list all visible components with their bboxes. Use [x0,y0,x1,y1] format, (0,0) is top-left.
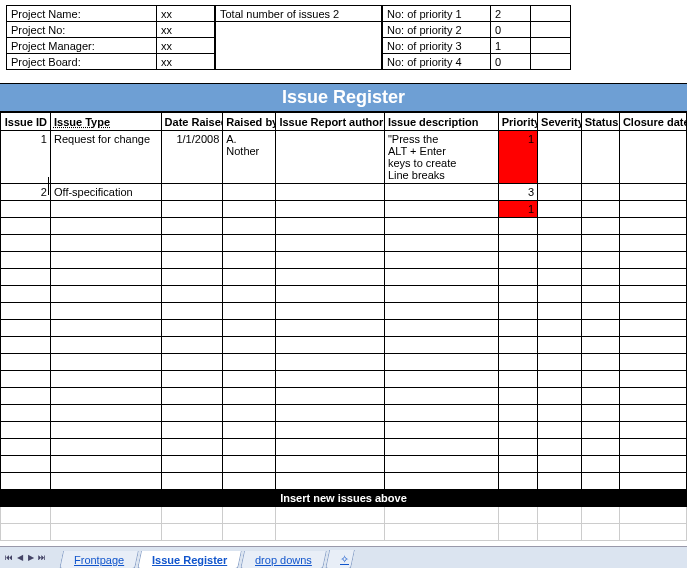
empty-cell[interactable] [384,439,498,456]
empty-cell[interactable] [384,235,498,252]
priority-counts-table[interactable]: No: of priority 12 No: of priority 20 No… [382,5,571,70]
empty-cell[interactable] [581,422,619,439]
empty-cell[interactable] [223,371,276,388]
empty-cell[interactable] [223,405,276,422]
empty-cell[interactable] [161,252,223,269]
table-row[interactable] [1,337,687,354]
table-row[interactable] [1,439,687,456]
project-board-val[interactable]: xx [157,54,215,70]
cell-date[interactable] [161,184,223,201]
cell-pri[interactable]: 3 [498,184,537,201]
empty-cell[interactable] [50,218,161,235]
empty-cell[interactable] [50,388,161,405]
cell-by[interactable] [223,184,276,201]
empty-cell[interactable] [581,405,619,422]
cell-id[interactable] [1,201,51,218]
table-row[interactable] [1,320,687,337]
empty-cell[interactable] [619,303,686,320]
empty-cell[interactable] [223,507,276,524]
cell-desc[interactable] [384,184,498,201]
empty-cell[interactable] [1,439,51,456]
empty-cell[interactable] [538,337,582,354]
empty-cell[interactable] [498,524,537,541]
empty-cell[interactable] [223,456,276,473]
empty-cell[interactable] [619,218,686,235]
empty-cell[interactable] [498,507,537,524]
empty-cell[interactable] [498,337,537,354]
empty-cell[interactable] [1,371,51,388]
empty-cell[interactable] [161,286,223,303]
empty-cell[interactable] [619,524,686,541]
empty-cell[interactable] [223,269,276,286]
hdr-report-author[interactable]: Issue Report author [276,113,384,131]
empty-cell[interactable] [223,235,276,252]
hdr-severity[interactable]: Severity [538,113,582,131]
empty-cell[interactable] [538,507,582,524]
empty-cell[interactable] [538,422,582,439]
empty-cell[interactable] [384,354,498,371]
empty-cell[interactable] [276,388,384,405]
cell-report[interactable] [276,201,384,218]
empty-cell[interactable] [50,371,161,388]
empty-cell[interactable] [498,286,537,303]
empty-cell[interactable] [50,320,161,337]
table-row[interactable] [1,456,687,473]
empty-cell[interactable] [161,320,223,337]
empty-cell[interactable] [223,354,276,371]
empty-cell[interactable] [50,337,161,354]
empty-cell[interactable] [276,524,384,541]
tab-prev-icon[interactable]: ◀ [15,551,25,565]
empty-cell[interactable] [50,507,161,524]
cell-stat[interactable] [581,201,619,218]
empty-cell[interactable] [619,320,686,337]
tab-drop-downs[interactable]: drop downs [240,551,327,569]
empty-cell[interactable] [384,405,498,422]
empty-cell[interactable] [276,473,384,490]
project-name-val[interactable]: xx [157,6,215,22]
empty-cell[interactable] [1,405,51,422]
cell-pri[interactable]: 1 [498,201,537,218]
empty-cell[interactable] [50,524,161,541]
empty-cell[interactable] [384,524,498,541]
cell-date[interactable] [161,201,223,218]
empty-cell[interactable] [498,371,537,388]
empty-cell[interactable] [1,286,51,303]
empty-cell[interactable] [384,473,498,490]
table-row[interactable] [1,524,687,541]
cell-close[interactable] [619,184,686,201]
cell-by[interactable] [223,201,276,218]
cell-close[interactable] [619,131,686,184]
empty-cell[interactable] [581,286,619,303]
empty-cell[interactable] [384,371,498,388]
empty-cell[interactable] [384,507,498,524]
table-row[interactable]: 2Off-specification3 [1,184,687,201]
empty-cell[interactable] [581,320,619,337]
empty-cell[interactable] [1,473,51,490]
empty-cell[interactable] [223,388,276,405]
empty-cell[interactable] [161,337,223,354]
empty-cell[interactable] [581,439,619,456]
empty-cell[interactable] [276,218,384,235]
empty-cell[interactable] [161,235,223,252]
empty-cell[interactable] [161,405,223,422]
table-row[interactable]: 1 [1,201,687,218]
cell-sev[interactable] [538,131,582,184]
empty-cell[interactable] [1,320,51,337]
hdr-description[interactable]: Issue description [384,113,498,131]
empty-cell[interactable] [276,252,384,269]
empty-cell[interactable] [276,422,384,439]
project-no-val[interactable]: xx [157,22,215,38]
table-row[interactable] [1,303,687,320]
cell-stat[interactable] [581,184,619,201]
cell-sev[interactable] [538,184,582,201]
empty-cell[interactable] [50,422,161,439]
empty-cell[interactable] [1,388,51,405]
empty-cell[interactable] [581,473,619,490]
empty-cell[interactable] [276,405,384,422]
empty-cell[interactable] [538,303,582,320]
empty-cell[interactable] [384,422,498,439]
empty-cell[interactable] [1,235,51,252]
empty-cell[interactable] [619,405,686,422]
cell-sev[interactable] [538,201,582,218]
empty-cell[interactable] [1,218,51,235]
